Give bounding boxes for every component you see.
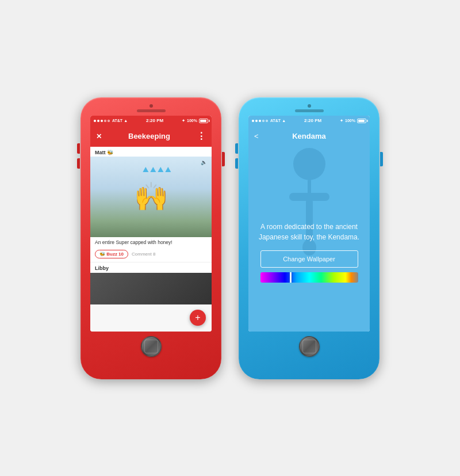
nav-title-red: Beekeeping [128,132,170,140]
signal-dot-5 [108,120,110,122]
phone-bottom-red [141,336,162,357]
buzz-button[interactable]: 🐝 Buzz 10 [95,250,128,258]
status-left-blue: AT&T ▲ [252,119,286,123]
bees-row [143,167,171,172]
status-left-red: AT&T ▲ [94,119,128,123]
feed-red: Matt 🐝 🙌 🔈 An entire Super capped wi [90,147,212,332]
comment-button[interactable]: Comment 8 [132,252,155,257]
phone-bottom-blue [299,336,320,357]
color-slider-thumb [290,272,292,283]
power-button[interactable] [222,152,225,166]
speaker-red [137,109,166,112]
volume-icon[interactable]: 🔈 [201,159,207,165]
beekeeper-scene: 🙌 [90,157,212,237]
home-button-inner-blue [302,340,316,353]
volume-down-button-blue[interactable] [235,158,238,169]
home-button-inner-red [144,340,158,353]
volume-up-button[interactable] [77,143,80,154]
bee-3 [158,167,163,172]
status-bar-blue: AT&T ▲ 2:20 PM ✦ 100% [248,116,370,126]
speaker-blue [295,109,324,112]
wifi-icon-red: ▲ [124,119,128,123]
camera-blue [308,104,311,108]
signal-dot-1 [94,120,96,122]
signal-dot-b4 [262,120,264,122]
power-button-blue[interactable] [380,152,383,166]
hands-emoji: 🙌 [134,181,168,213]
signal-dot-4 [104,120,106,122]
status-right-red: ✦ 100% [182,119,208,123]
svg-point-0 [293,148,325,180]
battery-fill-red [200,120,206,122]
kendama-silhouette [275,147,344,264]
phone-top-blue [246,104,373,112]
post1-actions: 🐝 Buzz 10 Comment 8 [90,247,212,262]
home-button-red[interactable] [141,336,162,357]
close-button-red[interactable]: ✕ [96,132,102,140]
bluetooth-icon-red: ✦ [182,119,185,123]
battery-icon-blue [357,119,366,123]
blue-iphone: AT&T ▲ 2:20 PM ✦ 100% < Kendama [239,97,379,379]
post2-thumb [90,273,212,304]
signal-dot-2 [97,120,99,122]
battery-pct-red: 100% [187,119,197,123]
home-button-blue[interactable] [299,336,320,357]
kendama-screen: A room dedicated to the ancient Japanese… [248,147,370,332]
signal-dot-3 [101,120,103,122]
red-screen: AT&T ▲ 2:20 PM ✦ 100% ✕ Beekeeping ⋮ Mat… [90,116,212,332]
change-wallpaper-button[interactable]: Change Wallpaper [260,250,358,268]
volume-up-button-blue[interactable] [235,143,238,154]
bee-4 [165,167,171,172]
battery-icon-red [199,119,208,123]
post2-author: Libby [90,262,212,273]
time-blue: 2:20 PM [304,118,321,123]
blue-screen: AT&T ▲ 2:20 PM ✦ 100% < Kendama [248,116,370,332]
bee-1 [143,167,148,172]
red-iphone: AT&T ▲ 2:20 PM ✦ 100% ✕ Beekeeping ⋮ Mat… [80,97,221,379]
signal-dots-blue [252,120,268,122]
back-button-blue[interactable]: < [254,132,259,140]
post1-image: 🙌 🔈 [90,157,212,237]
camera-red [150,104,153,108]
status-bar-red: AT&T ▲ 2:20 PM ✦ 100% [90,116,212,126]
time-red: 2:20 PM [146,118,163,123]
nav-title-blue: Kendama [292,132,326,140]
signal-dot-b1 [252,120,254,122]
bluetooth-icon-blue: ✦ [340,119,343,123]
wifi-icon-blue: ▲ [282,119,286,123]
post1-caption: An entire Super capped with honey! [90,237,212,247]
carrier-red: AT&T [112,119,122,123]
signal-dot-b5 [266,120,268,122]
signal-dot-b3 [259,120,261,122]
post1-author: Matt 🐝 [90,147,212,157]
kendama-description: A room dedicated to the ancient Japanese… [257,222,361,242]
fab-button[interactable]: + [190,310,206,326]
volume-down-button[interactable] [77,158,80,169]
signal-dots-red [94,120,110,122]
battery-fill-blue [358,120,365,122]
status-right-blue: ✦ 100% [340,119,366,123]
phone-top-red [87,104,214,112]
carrier-blue: AT&T [270,119,281,123]
nav-bar-blue: < Kendama [248,126,370,147]
menu-button-red[interactable]: ⋮ [197,131,206,142]
bee-2 [150,167,156,172]
battery-pct-blue: 100% [345,119,355,123]
color-slider[interactable] [260,272,358,283]
nav-bar-red: ✕ Beekeeping ⋮ [90,126,212,147]
signal-dot-b2 [255,120,258,122]
